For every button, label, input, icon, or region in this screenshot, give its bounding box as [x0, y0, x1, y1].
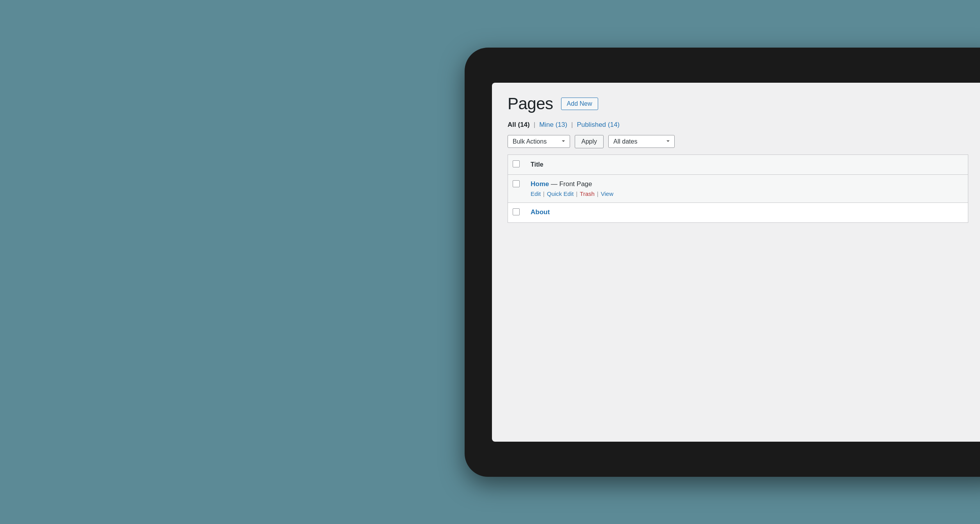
row-checkbox-about[interactable]	[513, 208, 520, 215]
device-frame: Pages Add New All (14) | Mine (13) | Pub…	[465, 48, 980, 477]
bulk-actions-select[interactable]: Bulk Actions Edit Move to Trash	[508, 135, 570, 148]
pages-table: Title Home — Front Page	[508, 155, 968, 223]
row-title-cell-about: About	[524, 202, 968, 222]
select-all-checkbox[interactable]	[513, 160, 520, 167]
filter-link-mine[interactable]: Mine (13)	[539, 121, 567, 129]
apply-button[interactable]: Apply	[575, 135, 604, 148]
page-header: Pages Add New	[508, 94, 968, 113]
admin-content: Pages Add New All (14) | Mine (13) | Pub…	[492, 83, 980, 442]
header-checkbox-cell	[508, 155, 525, 174]
row-actions-home: Edit | Quick Edit | Trash | View	[531, 190, 962, 197]
filter-link-published[interactable]: Published (14)	[577, 121, 620, 129]
row-title-link-home[interactable]: Home	[531, 180, 549, 188]
filter-links: All (14) | Mine (13) | Published (14)	[508, 121, 968, 129]
row-title-link-about[interactable]: About	[531, 208, 550, 216]
front-page-suffix: — Front Page	[551, 180, 592, 188]
page-title: Pages	[508, 94, 553, 113]
row-action-trash-home[interactable]: Trash	[580, 190, 595, 197]
row-title-cell-home: Home — Front Page Edit | Quick Edit | Tr…	[524, 174, 968, 202]
row-checkbox-cell	[508, 174, 525, 202]
tablenav: Bulk Actions Edit Move to Trash Apply Al…	[508, 135, 968, 148]
row-action-view-home[interactable]: View	[601, 190, 613, 197]
row-action-quickedit-home[interactable]: Quick Edit	[547, 190, 574, 197]
row-action-edit-home[interactable]: Edit	[531, 190, 541, 197]
row-checkbox-cell	[508, 202, 525, 222]
table-header-row: Title	[508, 155, 968, 174]
add-new-button[interactable]: Add New	[561, 98, 598, 110]
filter-link-all[interactable]: All (14)	[508, 121, 530, 129]
header-title-cell: Title	[524, 155, 968, 174]
table-row: Home — Front Page Edit | Quick Edit | Tr…	[508, 174, 968, 202]
table-row: About	[508, 202, 968, 222]
title-column-label: Title	[531, 161, 543, 168]
dates-select[interactable]: All dates	[608, 135, 675, 148]
row-checkbox-home[interactable]	[513, 180, 520, 187]
screen: Pages Add New All (14) | Mine (13) | Pub…	[492, 83, 980, 442]
